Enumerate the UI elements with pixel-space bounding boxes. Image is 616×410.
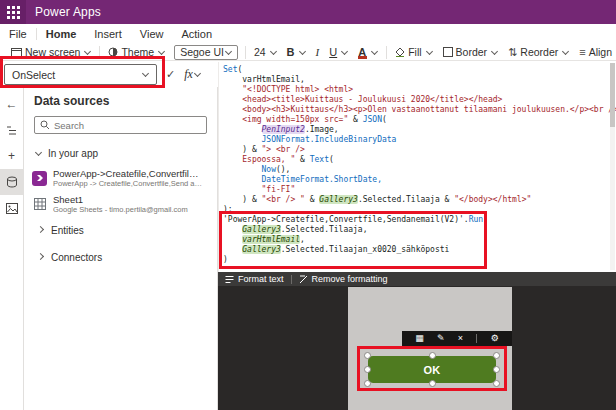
chevron-down-icon — [426, 47, 433, 54]
code-line: "<!DOCTYPE html> <html> — [223, 85, 616, 95]
media-icon[interactable] — [0, 195, 24, 221]
code-line: PenInput2.Image, — [223, 125, 616, 135]
pen-control-toolbar: ▦ ✎ × ⚙ — [402, 331, 512, 346]
code-line: Gallery3.Selected.Tilaajan_x0020_sähköpo… — [223, 245, 616, 255]
reorder-icon: ⇅ — [508, 46, 517, 59]
code-line: "fi-FI" — [223, 185, 616, 195]
fill-button[interactable]: Fill — [390, 46, 437, 58]
selection-handle[interactable] — [364, 380, 371, 387]
search-icon — [40, 120, 50, 130]
underline-button[interactable]: U — [324, 46, 353, 58]
data-icon[interactable] — [0, 169, 24, 195]
menu-home[interactable]: Home — [37, 28, 86, 40]
fx-button[interactable]: fx — [184, 67, 201, 82]
remove-formatting-icon — [299, 275, 308, 284]
menu-action[interactable]: Action — [172, 28, 221, 40]
menu-file[interactable]: File — [0, 28, 36, 40]
code-line: ); — [223, 205, 616, 215]
checkmark-icon[interactable]: ✓ — [166, 68, 175, 81]
code-line: <body><h3>Kuittaus</h3><p>Olen vastaanot… — [223, 105, 616, 115]
group-in-your-app[interactable]: In your app — [24, 142, 217, 165]
clear-icon[interactable]: × — [458, 334, 463, 343]
selection-handle[interactable] — [493, 366, 500, 373]
code-line: ) & "<br /> " & Gallery3.Selected.Tilaaj… — [223, 195, 616, 205]
code-line: ) — [223, 255, 616, 265]
theme-icon — [108, 47, 118, 57]
align-icon: ≡ — [579, 46, 585, 58]
reorder-button[interactable]: ⇅ Reorder — [503, 46, 574, 59]
code-line: JSONFormat.IncludeBinaryData — [223, 135, 616, 145]
remove-formatting-button[interactable]: Remove formatting — [299, 274, 388, 284]
back-icon[interactable]: ← — [0, 91, 24, 117]
powerapps-studio: Power Apps File Home Insert View Action … — [0, 0, 616, 410]
chevron-down-icon — [35, 149, 42, 156]
selected-control[interactable]: OK — [368, 356, 496, 383]
section-connectors[interactable]: Connectors — [24, 244, 217, 271]
canvas-area[interactable]: ▦ ✎ × ⚙ OK — [218, 286, 616, 410]
left-rail: ← + — [0, 87, 24, 410]
chevron-down-icon — [158, 47, 165, 54]
formula-bar-left: OnSelect ✓ fx — [0, 62, 218, 87]
datasource-title: PowerApp->Createfile,Convertfile,Sen... — [53, 168, 203, 179]
section-entities[interactable]: Entities — [24, 217, 217, 244]
settings-icon[interactable]: ⚙ — [491, 334, 499, 343]
fx-label: fx — [184, 67, 193, 82]
insert-icon[interactable]: + — [0, 143, 24, 169]
font-color-button[interactable]: A — [353, 46, 383, 59]
format-text-icon — [225, 275, 234, 284]
toolbar-divider — [476, 334, 477, 343]
property-select[interactable]: OnSelect — [4, 64, 157, 85]
align-button[interactable]: ≡ Align — [574, 46, 616, 58]
app-screen-preview[interactable]: ▦ ✎ × ⚙ OK — [348, 287, 512, 410]
datasource-subtitle: Google Sheets - timo.pertila@gmail.com — [53, 205, 203, 214]
code-line: Now(), — [223, 165, 616, 175]
selection-handle[interactable] — [493, 352, 500, 359]
paint-bucket-icon — [395, 47, 405, 57]
formula-scrollbar[interactable] — [610, 63, 615, 270]
bold-button[interactable]: B — [282, 46, 311, 58]
app-title: Power Apps — [35, 5, 101, 19]
border-button[interactable]: Border — [438, 46, 504, 58]
menu-insert[interactable]: Insert — [85, 28, 131, 40]
theme-button[interactable]: Theme — [103, 46, 170, 58]
chevron-down-icon — [84, 47, 91, 54]
chevron-down-icon — [299, 47, 306, 54]
code-line: Gallery3.Selected.Tilaaja, — [223, 225, 616, 235]
code-line: Set( — [223, 65, 616, 75]
formula-editor[interactable]: Set( varHtmlEmail, "<!DOCTYPE html> <htm… — [218, 62, 616, 272]
selection-handle[interactable] — [364, 366, 371, 373]
selection-handle[interactable] — [493, 380, 500, 387]
format-text-button[interactable]: Format text — [225, 274, 284, 284]
menu-view[interactable]: View — [131, 28, 173, 40]
top-bar: Power Apps — [0, 0, 616, 24]
selection-handle[interactable] — [429, 380, 436, 387]
fill-style-icon[interactable]: ▦ — [415, 334, 424, 343]
selection-handle[interactable] — [429, 352, 436, 359]
border-icon — [443, 47, 453, 57]
data-sources-panel: Data sources In your app PowerApp->Creat… — [24, 87, 218, 410]
tree-view-icon[interactable] — [0, 117, 24, 143]
search-input[interactable] — [54, 120, 194, 131]
chevron-down-icon — [194, 70, 201, 77]
code-line: <img width=150px src=" & JSON( — [223, 115, 616, 125]
search-box[interactable] — [34, 116, 207, 134]
chevron-right-icon — [37, 253, 44, 260]
waffle-menu-icon[interactable] — [0, 0, 26, 24]
datasource-subtitle: PowerApp -> Createfile,Convertfile,Send … — [53, 179, 203, 188]
italic-button[interactable]: I — [311, 46, 325, 58]
chevron-down-icon — [562, 47, 569, 54]
power-automate-icon — [32, 171, 47, 186]
font-size-select[interactable]: 24 — [249, 46, 282, 58]
new-screen-button[interactable]: New screen — [6, 46, 96, 58]
menu-bar: File Home Insert View Action — [0, 24, 616, 44]
font-family-select[interactable]: Segoe UI — [174, 45, 238, 60]
spreadsheet-icon — [32, 197, 47, 212]
ok-button[interactable]: OK — [368, 356, 496, 383]
datasource-sheet1-item[interactable]: Sheet1 Google Sheets - timo.pertila@gmai… — [24, 191, 217, 217]
code-line: DateTimeFormat.ShortDate, — [223, 175, 616, 185]
selection-handle[interactable] — [364, 352, 371, 359]
datasource-flow-item[interactable]: PowerApp->Createfile,Convertfile,Sen... … — [24, 165, 217, 191]
formula-format-bar: Format text Remove formatting — [218, 272, 616, 286]
pen-icon[interactable]: ✎ — [437, 334, 445, 343]
scrollbar-thumb[interactable] — [610, 63, 615, 127]
